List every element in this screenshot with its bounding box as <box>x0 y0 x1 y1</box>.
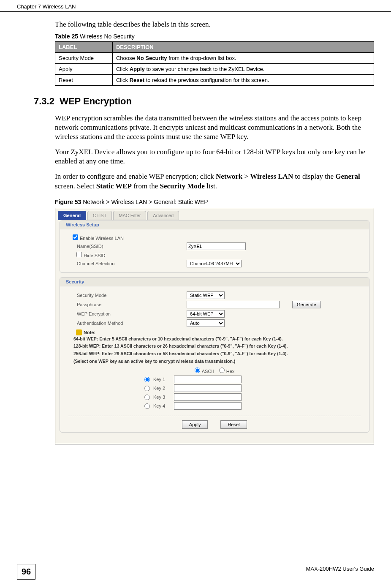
page-number: 96 <box>17 564 35 580</box>
panel-wireless-setup: Wireless Setup Enable Wireless LAN Name(… <box>60 220 369 273</box>
panel-title-wireless-setup: Wireless Setup <box>60 220 369 229</box>
key1-input[interactable] <box>174 376 242 383</box>
key3-label: Key 3 <box>153 395 165 400</box>
panel-security: Security Security Mode Static WEP Passph… <box>60 277 369 433</box>
key2-radio[interactable] <box>144 386 150 391</box>
key-row-3: Key 3 <box>144 393 361 401</box>
section-title: WEP Encryption <box>60 96 132 106</box>
key3-radio[interactable] <box>144 395 150 400</box>
auth-method-select[interactable]: Auto <box>187 319 225 327</box>
key1-radio[interactable] <box>144 377 150 382</box>
channel-selection-label: Channel Selection <box>68 261 187 266</box>
table-caption-bold: Table 25 <box>55 33 78 40</box>
section-number: 7.3.2 <box>34 96 54 106</box>
passphrase-input[interactable] <box>187 301 280 308</box>
key-row-2: Key 2 <box>144 384 361 392</box>
screenshot-static-wep: General OTIST MAC Filter Advanced Wirele… <box>55 208 374 444</box>
passphrase-label: Passphrase <box>68 302 187 307</box>
hide-ssid-checkbox-row: Hide SSID <box>68 252 187 258</box>
body-para-3: In order to configure and enable WEP enc… <box>55 172 374 191</box>
table-row: Apply Click Apply to save your changes b… <box>55 64 374 75</box>
wep-keys-area: Key 1 Key 2 Key 3 Key 4 <box>68 376 361 410</box>
td-label: Apply <box>55 64 113 75</box>
enable-wireless-checkbox[interactable] <box>73 234 78 240</box>
tab-bar: General OTIST MAC Filter Advanced <box>55 208 374 220</box>
key4-input[interactable] <box>174 402 242 410</box>
td-label: Security Mode <box>55 53 113 64</box>
reset-button[interactable]: Reset <box>220 420 247 429</box>
table-caption: Table 25 Wireless No Security <box>55 33 374 40</box>
enable-wireless-checkbox-row: Enable Wireless LAN <box>68 234 187 241</box>
action-button-row: Apply Reset <box>68 416 361 429</box>
tab-otist[interactable]: OTIST <box>87 211 112 220</box>
footer-guide-title: MAX-200HW2 User's Guide <box>306 564 374 572</box>
td-desc: Choose No Security from the drop-down li… <box>112 53 374 64</box>
th-label: LABEL <box>55 42 113 53</box>
section-heading: 7.3.2 WEP Encryption <box>34 96 374 107</box>
ssid-name-label: Name(SSID) <box>68 244 187 249</box>
hex-radio[interactable] <box>219 368 225 373</box>
generate-button[interactable]: Generate <box>292 301 321 308</box>
figure-caption-bold: Figure 53 <box>55 199 81 205</box>
key3-input[interactable] <box>174 393 242 401</box>
intro-text: The following table describes the labels… <box>55 20 374 29</box>
tab-general[interactable]: General <box>58 211 86 220</box>
tab-mac-filter[interactable]: MAC Filter <box>113 211 146 220</box>
page-content: The following table describes the labels… <box>0 12 391 444</box>
note-line-2: 128-bit WEP: Enter 13 ASCII characters o… <box>68 343 361 350</box>
auth-method-label: Authentication Method <box>68 321 187 326</box>
table-wireless-no-security: LABEL DESCRIPTION Security Mode Choose N… <box>55 41 374 86</box>
note-label: Note: <box>84 330 95 335</box>
security-mode-select[interactable]: Static WEP <box>187 291 225 299</box>
note-line-1: 64-bit WEP: Enter 5 ASCII characters or … <box>68 335 361 343</box>
tab-advanced[interactable]: Advanced <box>147 211 179 220</box>
note-line-4: (Select one WEP key as an active key to … <box>68 358 361 365</box>
key-row-1: Key 1 <box>144 376 361 383</box>
wep-encryption-select[interactable]: 64-bit WEP <box>187 310 225 318</box>
note-icon <box>76 329 82 335</box>
key4-label: Key 4 <box>153 403 165 408</box>
th-description: DESCRIPTION <box>112 42 374 53</box>
body-para-1: WEP encryption scrambles the data transm… <box>55 114 374 142</box>
note-header: Note: <box>68 329 361 335</box>
ssid-name-input[interactable] <box>187 242 246 250</box>
page-header: Chapter 7 Wireless LAN <box>0 0 391 12</box>
enable-wireless-label: Enable Wireless LAN <box>80 236 124 241</box>
apply-button[interactable]: Apply <box>182 420 208 429</box>
security-mode-label: Security Mode <box>68 293 187 298</box>
key1-label: Key 1 <box>153 377 165 382</box>
table-header-row: LABEL DESCRIPTION <box>55 42 374 53</box>
table-row: Reset Click Reset to reload the previous… <box>55 75 374 86</box>
hide-ssid-checkbox[interactable] <box>76 252 82 257</box>
page-footer: 96 MAX-200HW2 User's Guide <box>17 562 374 580</box>
wep-encryption-label: WEP Encryption <box>68 311 187 316</box>
hide-ssid-label: Hide SSID <box>84 253 105 258</box>
figure-caption: Figure 53 Network > Wireless LAN > Gener… <box>55 199 374 205</box>
chapter-label: Chapter 7 Wireless LAN <box>17 3 76 10</box>
td-desc: Click Reset to reload the previous confi… <box>112 75 374 86</box>
body-para-2: Your ZyXEL Device allows you to configur… <box>55 147 374 166</box>
key2-input[interactable] <box>174 384 242 392</box>
table-row: Security Mode Choose No Security from th… <box>55 53 374 64</box>
panel-title-security: Security <box>60 278 369 286</box>
key-row-4: Key 4 <box>144 402 361 410</box>
note-line-3: 256-bit WEP: Enter 29 ASCII characters o… <box>68 350 361 358</box>
channel-selection-select[interactable]: Channel-06 2437MHz <box>187 260 242 267</box>
figure-caption-rest: Network > Wireless LAN > General: Static… <box>81 199 208 205</box>
ascii-radio-label: ASCII <box>195 369 214 374</box>
table-caption-rest: Wireless No Security <box>78 33 135 40</box>
ascii-radio[interactable] <box>195 368 200 373</box>
key4-radio[interactable] <box>144 403 150 409</box>
td-label: Reset <box>55 75 113 86</box>
td-desc: Click Apply to save your changes back to… <box>112 64 374 75</box>
key-format-radios: ASCII Hex <box>68 368 361 374</box>
hex-radio-label: Hex <box>219 369 235 374</box>
key2-label: Key 2 <box>153 386 165 391</box>
